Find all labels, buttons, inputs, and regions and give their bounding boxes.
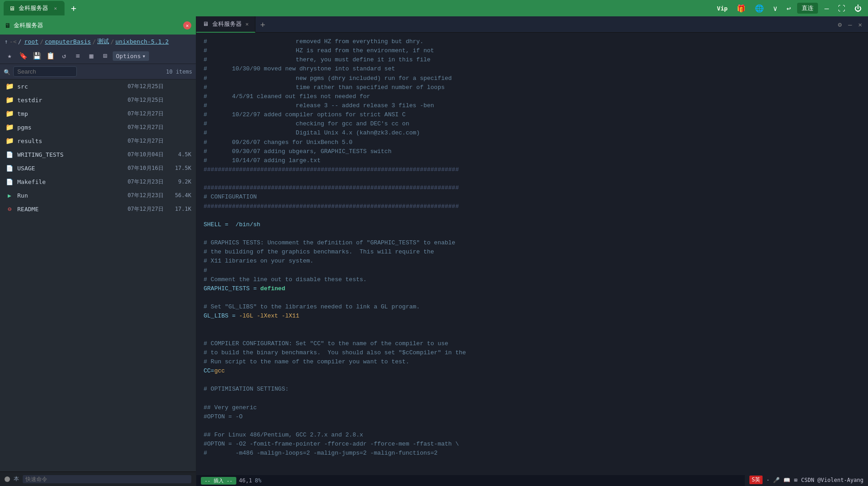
sys-tray: S英 · 🎤 📖 ⊞ CSDN @Violent-Ayang bbox=[745, 474, 868, 486]
main-layout: 🖥 金科服务器 ✕ ↑ -< / root / computerBasis / … bbox=[0, 16, 868, 486]
gift-button[interactable]: 🎁 bbox=[734, 3, 748, 14]
new-tab-button[interactable]: + bbox=[67, 2, 80, 15]
tag-icon[interactable]: 🔖 bbox=[17, 50, 29, 62]
grid-icon[interactable]: ▦ bbox=[85, 50, 97, 62]
maximize-button[interactable]: ⛶ bbox=[835, 3, 848, 14]
editor-tab-close-button[interactable]: ✕ bbox=[245, 21, 249, 27]
file-row-size: 9.2K bbox=[166, 179, 191, 185]
file-row-name: Makefile bbox=[17, 179, 115, 185]
direct-button[interactable]: 直连 bbox=[797, 3, 818, 14]
script-icon: ▶ bbox=[8, 192, 11, 199]
file-row-name: results bbox=[17, 138, 115, 144]
list-item[interactable]: ⊖ README 07年12月27日 17.1K bbox=[0, 202, 196, 216]
file-icon: 📄 bbox=[6, 151, 13, 158]
options-button[interactable]: Options ▾ bbox=[113, 51, 149, 61]
items-count: 10 items bbox=[166, 69, 192, 75]
file-row-date: 07年12月27日 bbox=[118, 110, 164, 118]
tab-close-button[interactable]: ✕ bbox=[52, 5, 59, 12]
file-row-icon: ⊖ bbox=[5, 205, 15, 213]
list-item[interactable]: 📄 USAGE 07年10月16日 17.5K bbox=[0, 161, 196, 175]
file-row-icon: 📁 bbox=[5, 82, 15, 90]
file-row-size: 17.1K bbox=[166, 206, 191, 212]
file-row-icon: 📁 bbox=[5, 137, 15, 145]
breadcrumb-computerbasis[interactable]: computerBasis bbox=[45, 38, 91, 45]
editor-minimize-icon[interactable]: — bbox=[846, 20, 854, 30]
file-row-name: pgms bbox=[17, 124, 115, 131]
back-button[interactable]: ↩ bbox=[784, 3, 794, 14]
breadcrumb-up[interactable]: ↑ bbox=[5, 38, 8, 45]
insert-mode-label: -- 插入 -- bbox=[201, 477, 236, 485]
clipboard-icon[interactable]: 📋 bbox=[45, 50, 56, 62]
breadcrumb-test[interactable]: 测试 bbox=[97, 37, 109, 45]
file-row-name: tmp bbox=[17, 110, 115, 117]
breadcrumb-unixbench[interactable]: unixbench-5.1.2 bbox=[115, 38, 169, 45]
list-item[interactable]: 📁 testdir 07年12月25日 bbox=[0, 93, 196, 107]
search-icon bbox=[4, 67, 10, 76]
file-row-date: 07年12月27日 bbox=[118, 124, 164, 131]
folder-icon: 📁 bbox=[5, 123, 14, 131]
dropdown-button[interactable]: ∨ bbox=[770, 3, 780, 14]
editor-tab-actions: ⚙ — ✕ bbox=[832, 20, 868, 30]
list-item[interactable]: 📁 pgms 07年12月27日 bbox=[0, 120, 196, 134]
breadcrumb-root[interactable]: root bbox=[24, 38, 38, 45]
list-item[interactable]: ▶ Run 07年12月23日 56.4K bbox=[0, 188, 196, 202]
bookmark-icon[interactable]: ★ bbox=[4, 50, 15, 62]
fp-close-button[interactable]: ✕ bbox=[183, 21, 191, 30]
tiles-icon[interactable]: ⊞ bbox=[99, 50, 111, 62]
file-row-date: 07年12月23日 bbox=[118, 178, 164, 186]
file-panel: 🖥 金科服务器 ✕ ↑ -< / root / computerBasis / … bbox=[0, 16, 196, 486]
fp-statusbar: 本 bbox=[0, 471, 196, 486]
refresh-icon[interactable]: ↺ bbox=[58, 50, 70, 62]
list-item[interactable]: 📁 src 07年12月25日 bbox=[0, 79, 196, 93]
fp-title: 金科服务器 bbox=[14, 21, 43, 30]
vip-button[interactable]: Vip bbox=[714, 4, 730, 13]
file-row-name: Run bbox=[17, 192, 115, 199]
editor-close-icon[interactable]: ✕ bbox=[856, 20, 864, 30]
power-button[interactable]: ⏻ bbox=[852, 3, 864, 14]
file-row-name: src bbox=[17, 83, 115, 90]
status-mode-text: 本 bbox=[14, 475, 19, 483]
file-row-size: 4.5K bbox=[166, 151, 191, 158]
list-item[interactable]: 📁 tmp 07年12月27日 bbox=[0, 107, 196, 120]
save-icon[interactable]: 💾 bbox=[31, 50, 43, 62]
sys-tray-mic[interactable]: 🎤 bbox=[773, 477, 780, 483]
folder-icon: 📁 bbox=[5, 137, 14, 145]
list-item[interactable]: 📄 Makefile 07年12月23日 9.2K bbox=[0, 175, 196, 188]
sys-tray-lang[interactable]: S英 bbox=[749, 476, 763, 484]
editor-tab-icon: 🖥 bbox=[203, 20, 209, 27]
file-row-name: WRITING_TESTS bbox=[17, 151, 115, 158]
browser-icon-button[interactable]: 🌐 bbox=[752, 3, 767, 14]
browser-tab[interactable]: 🖥 金科服务器 ✕ bbox=[4, 1, 65, 15]
settings-icon[interactable]: ⚙ bbox=[836, 20, 844, 30]
breadcrumb-sep0: -< bbox=[10, 38, 17, 45]
editor-tab-label: 金科服务器 bbox=[212, 20, 242, 28]
search-input[interactable] bbox=[13, 66, 77, 77]
editor-tab-active[interactable]: 🖥 金科服务器 ✕ bbox=[196, 16, 255, 33]
file-row-name: README bbox=[17, 206, 115, 213]
sys-tray-book[interactable]: 📖 bbox=[783, 477, 790, 483]
file-row-date: 07年12月23日 bbox=[118, 192, 164, 199]
code-view: # removed HZ from everything but dhry. #… bbox=[196, 33, 868, 475]
editor-new-tab-button[interactable]: + bbox=[255, 16, 270, 33]
fp-titlebar: 🖥 金科服务器 ✕ bbox=[0, 16, 196, 35]
file-row-icon: 📁 bbox=[5, 123, 15, 131]
file-icon: 📄 bbox=[6, 179, 13, 185]
bc-sep3: / bbox=[92, 38, 96, 45]
file-row-date: 07年12月25日 bbox=[118, 96, 164, 104]
folder-icon: 📁 bbox=[5, 96, 14, 104]
folder-icon: 📁 bbox=[5, 82, 14, 90]
list-item[interactable]: 📄 WRITING_TESTS 07年10月04日 4.5K bbox=[0, 148, 196, 161]
scroll-percent: 8% bbox=[255, 477, 261, 484]
file-row-size: 56.4K bbox=[166, 192, 191, 198]
fp-title-icon: 🖥 bbox=[5, 22, 11, 29]
sys-tray-grid[interactable]: ⊞ bbox=[794, 477, 797, 483]
sys-tray-dot: · bbox=[766, 477, 769, 483]
file-row-icon: ▶ bbox=[5, 191, 15, 199]
folder-icon: 📁 bbox=[5, 109, 14, 118]
error-icon: ⊖ bbox=[8, 205, 11, 213]
quick-command-input[interactable] bbox=[23, 475, 191, 483]
minimize-button[interactable]: — bbox=[822, 3, 832, 14]
file-list: 📁 src 07年12月25日 📁 testdir 07年12月25日 📁 tm… bbox=[0, 79, 196, 471]
list-item[interactable]: 📁 results 07年12月27日 bbox=[0, 134, 196, 148]
list-icon[interactable]: ≡ bbox=[72, 50, 84, 62]
